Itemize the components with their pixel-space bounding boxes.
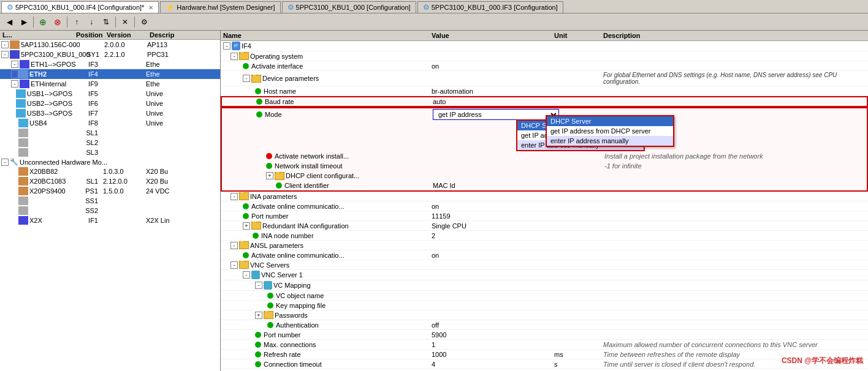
tree-item-5ap1130[interactable]: - 5AP1130.156C-000 2.0.0.0 AP113 bbox=[0, 40, 220, 50]
desc-usb3: Unive bbox=[146, 110, 220, 117]
config-key-mapping-file: Key mapping file bbox=[221, 301, 868, 310]
expand-unconnected[interactable]: - bbox=[1, 159, 9, 166]
ina-redundant-label: Redundant INA configuration bbox=[262, 222, 349, 230]
tree-item-5ppc3100[interactable]: - 5PPC3100_KBU1_000 SY1 2.2.1.0 PPC31 bbox=[0, 50, 220, 59]
tree-item-unconnected[interactable]: - 🔧 Unconnected Hardware Mo... bbox=[0, 157, 220, 167]
config-device-params: - Device parameters For global Ethernet … bbox=[221, 71, 868, 86]
col-desc: Descrip bbox=[150, 31, 218, 39]
eth-icon-x2x bbox=[18, 216, 28, 225]
toolbar-remove[interactable]: ⊗ bbox=[51, 15, 64, 29]
tab-config-000[interactable]: ⚙ 5PPC3100_KBU1_000 [Configuration] bbox=[282, 1, 416, 13]
config-authentication: Authentication off bbox=[221, 320, 868, 330]
config-mode-section: Mode get IP address DHCP Server get IP a… bbox=[221, 107, 868, 192]
ver-x20ps: 1.5.0.0 bbox=[103, 187, 146, 195]
config-ina-redundant: + Redundant INA configuration Single CPU bbox=[221, 221, 868, 231]
tree-item-ss1[interactable]: SS1 bbox=[0, 196, 220, 206]
tree-item-ethinternal[interactable]: - ETHinternal IF9 Ethe bbox=[0, 79, 220, 89]
toolbar-forward[interactable]: ▶ bbox=[17, 15, 31, 29]
right-panel: Name Value Unit Description - IF IF4 - bbox=[221, 31, 868, 371]
expand-vnc-server-1[interactable]: - bbox=[243, 271, 250, 279]
expand-5ap1130[interactable]: - bbox=[1, 41, 9, 48]
tree-item-usb2[interactable]: USB2-->GPOS IF6 Unive bbox=[0, 99, 220, 108]
device-params-label: Device parameters bbox=[262, 75, 319, 82]
tree-label-usb2: USB2-->GPOS bbox=[27, 100, 72, 107]
refresh-rate-label: Refresh rate bbox=[264, 351, 301, 358]
toolbar: ◀ ▶ ⊕ ⊗ ↑ ↓ ⇅ ✕ ⚙ bbox=[0, 13, 868, 31]
float-dropdown-dhcp[interactable]: DHCP Server bbox=[547, 116, 673, 126]
toolbar-back[interactable]: ◀ bbox=[2, 15, 16, 29]
tab-config-if4[interactable]: ⚙ 5PPC3100_KBU1_000.IF4 [Configuration]*… bbox=[1, 1, 159, 13]
tree-item-usb4[interactable]: USB4 IF8 Unive bbox=[0, 118, 220, 128]
tree-item-x20ps9400[interactable]: X20PS9400 PS1 1.5.0.0 24 VDC bbox=[0, 186, 220, 196]
toolbar-cancel[interactable]: ✕ bbox=[118, 15, 132, 29]
float-dropdown-get-ip[interactable]: get IP address from DHCP server bbox=[547, 126, 673, 136]
expand-ethinternal[interactable]: - bbox=[11, 80, 18, 88]
expand-vnc-servers[interactable]: - bbox=[230, 261, 238, 269]
pos-sl2: SL2 bbox=[72, 139, 103, 146]
tab-config-if3[interactable]: ⚙ 5PPC3100_KBU1_000.IF3 [Configuration] bbox=[417, 1, 563, 13]
module-icon-x20bb82 bbox=[18, 167, 28, 176]
expand-vc-mapping[interactable]: - bbox=[255, 282, 262, 289]
tree-item-x20bb82[interactable]: X20BB82 1.0.3.0 X20 Bu bbox=[0, 167, 220, 176]
tree-item-eth2[interactable]: - ETH2 IF4 Ethe bbox=[0, 69, 220, 79]
tab-close-if4[interactable]: ✕ bbox=[148, 4, 153, 11]
if4-icon: IF bbox=[232, 42, 240, 50]
config-baudrate: Baud rate auto bbox=[221, 96, 868, 107]
dot-activate-iface bbox=[243, 63, 249, 69]
config-mode: Mode get IP address DHCP Server get IP a… bbox=[222, 108, 867, 121]
expand-ina[interactable]: - bbox=[230, 193, 238, 200]
ver-x20bb82: 1.0.3.0 bbox=[103, 168, 146, 175]
config-ansl-activate: Activate online communicatio... on bbox=[221, 250, 868, 260]
tree-label-usb4: USB4 bbox=[29, 119, 47, 127]
mode-dropdown-wrapper[interactable]: get IP address DHCP Server get IP addres… bbox=[433, 109, 559, 120]
tab-hardware[interactable]: ⚡ Hardware.hwl [System Designer] bbox=[160, 1, 280, 13]
config-refresh-rate: Refresh rate 1000 ms Time between refres… bbox=[221, 350, 868, 359]
toolbar-add[interactable]: ⊕ bbox=[36, 15, 50, 29]
desc-eth2: Ethe bbox=[146, 70, 220, 78]
toolbar-sort[interactable]: ⇅ bbox=[99, 15, 113, 29]
expand-passwords[interactable]: + bbox=[255, 312, 262, 319]
expand-dhcp-client[interactable]: + bbox=[266, 172, 273, 179]
toolbar-down[interactable]: ↓ bbox=[85, 15, 98, 29]
float-dropdown-enter-ip[interactable]: enter IP address manually bbox=[547, 136, 673, 146]
col-desc-header: Description bbox=[603, 32, 866, 39]
tree-item-sl1[interactable]: SL1 bbox=[0, 128, 220, 138]
expand-ansl[interactable]: - bbox=[230, 242, 238, 249]
expand-5ppc3100[interactable]: - bbox=[1, 51, 9, 58]
dot-vc-object-name bbox=[267, 293, 273, 299]
toolbar-up[interactable]: ↑ bbox=[70, 15, 83, 29]
watermark: CSDN @学不会编程炸糕 bbox=[782, 356, 863, 366]
expand-root[interactable]: - bbox=[223, 42, 230, 50]
config-headers: Name Value Unit Description bbox=[221, 31, 868, 41]
pos-5ppc3100: SY1 bbox=[74, 51, 104, 58]
mode-dropdown[interactable]: get IP address DHCP Server get IP addres… bbox=[433, 109, 559, 120]
tree-item-ss2[interactable]: SS2 bbox=[0, 206, 220, 215]
network-timeout-desc: -1 for infinite bbox=[602, 162, 867, 170]
tree-item-eth1[interactable]: - ETH1-->GPOS IF3 Ethe bbox=[0, 59, 220, 69]
expand-eth1[interactable]: - bbox=[11, 61, 18, 68]
expand-eth2[interactable]: - bbox=[11, 70, 18, 78]
dhcp-client-label: DHCP client configurat... bbox=[286, 172, 359, 179]
hostname-label: Host name bbox=[264, 88, 296, 95]
col-version: Version bbox=[107, 31, 150, 39]
toolbar-settings[interactable]: ⚙ bbox=[137, 15, 151, 29]
desc-eth1: Ethe bbox=[146, 61, 220, 68]
tree-item-x20bc1083[interactable]: X20BC1083 SL1 2.12.0.0 X20 Bu bbox=[0, 176, 220, 186]
ansl-activate-label: Activate online communicatio... bbox=[251, 252, 345, 259]
expand-device-params[interactable]: - bbox=[243, 75, 250, 82]
tree-item-usb1[interactable]: USB1-->GPOS IF5 Unive bbox=[0, 89, 220, 99]
floating-dropdown: DHCP Server get IP address from DHCP ser… bbox=[546, 115, 674, 147]
module-icon-5ap1130 bbox=[10, 40, 20, 49]
tree-item-sl2[interactable]: SL2 bbox=[0, 138, 220, 148]
ver-5ap1130: 2.0.0.0 bbox=[104, 41, 147, 48]
conn-icon-ss1 bbox=[18, 197, 28, 205]
config-vnc-servers: - VNC Servers bbox=[221, 260, 868, 270]
tree-item-sl3[interactable]: SL3 bbox=[0, 148, 220, 157]
ina-params-label: INA parameters bbox=[250, 193, 297, 200]
config-vc-mapping: - VC Mapping bbox=[221, 280, 868, 291]
ansl-params-label: ANSL parameters bbox=[250, 242, 303, 249]
expand-ina-redundant[interactable]: + bbox=[243, 222, 250, 230]
tree-item-x2x[interactable]: X2X IF1 X2X Lin bbox=[0, 215, 220, 225]
expand-os[interactable]: - bbox=[230, 53, 238, 60]
tree-item-usb3[interactable]: USB3-->GPOS IF7 Unive bbox=[0, 108, 220, 118]
